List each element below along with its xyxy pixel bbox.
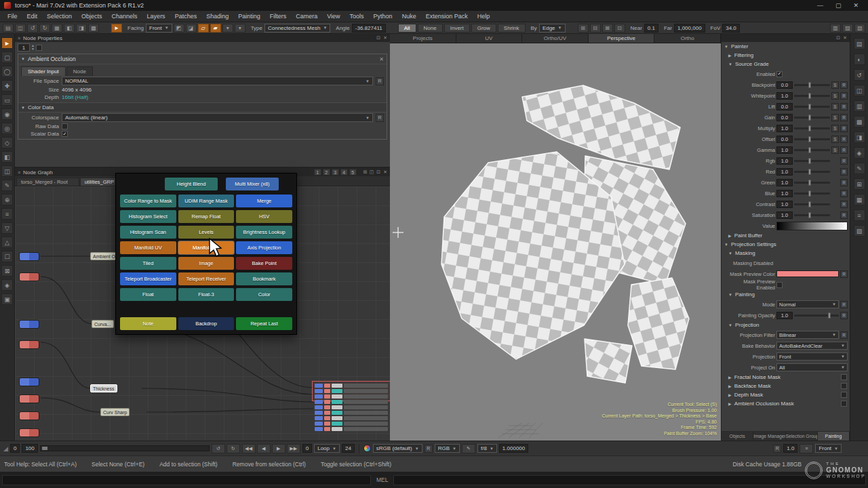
projection-settings-section-header[interactable]: ▼Projection Settings	[722, 240, 850, 249]
grade-slider[interactable]	[794, 214, 830, 216]
slider-handle[interactable]	[808, 190, 811, 197]
menu-item[interactable]: Help	[473, 12, 495, 21]
properties-tab[interactable]: Node	[66, 66, 93, 76]
slider-handle[interactable]	[828, 312, 831, 319]
facing-front-icon[interactable]: ◩	[174, 24, 184, 33]
grade-value-input[interactable]: 1.0	[776, 168, 793, 176]
loop-forward-icon[interactable]: ↻	[226, 444, 240, 453]
marquee-select-icon[interactable]: ►	[111, 24, 122, 33]
range-start-input[interactable]: 0	[10, 444, 20, 453]
current-frame-input[interactable]: 0	[302, 444, 312, 453]
node-create-button[interactable]: Tiled	[120, 257, 176, 270]
graph-node-thickness[interactable]: Thickness	[90, 384, 117, 392]
mask-preview-enabled-checkbox[interactable]	[776, 282, 783, 288]
camera-dropdown[interactable]: Front▼	[815, 444, 842, 453]
colors-palette-icon[interactable]: ◐	[854, 54, 865, 65]
palette-close-icon[interactable]: ✕	[843, 35, 847, 41]
pan-tool-icon[interactable]: ▣	[1, 293, 13, 305]
node-create-button[interactable]: Backdrop	[178, 317, 235, 330]
palette-float-icon[interactable]: ⊡	[836, 35, 840, 41]
maximize-button[interactable]: ▢	[835, 0, 842, 11]
python-palette-icon[interactable]: ≡	[854, 209, 865, 221]
graph-port-node[interactable]	[19, 340, 39, 349]
channel-dropdown[interactable]: RGB▼	[435, 444, 460, 453]
grade-reset-button[interactable]: R	[840, 157, 848, 165]
play-button[interactable]: ▶	[272, 444, 285, 453]
edge-select-icon[interactable]: ▱	[198, 24, 209, 33]
snap-grid-icon[interactable]: ⊞	[363, 169, 368, 175]
viewport-tab[interactable]: Ortho/UV	[522, 34, 589, 43]
blur-tool-icon[interactable]: ◎	[1, 123, 13, 134]
mip-level-spinner[interactable]: 1	[18, 43, 30, 52]
menu-item[interactable]: Camera	[291, 12, 322, 21]
gain-input[interactable]: 1.000000	[499, 444, 528, 453]
file-space-dropdown[interactable]: NORMAL▼	[62, 77, 373, 85]
go-to-end-button[interactable]: ▶▶	[287, 444, 300, 453]
range-end-input[interactable]: 100	[22, 444, 37, 453]
menu-item[interactable]: Nuke	[397, 12, 421, 21]
save-icon[interactable]: ◫	[15, 24, 26, 33]
pin-tool-icon[interactable]: ▽	[1, 222, 13, 234]
grade-value-input[interactable]: 1.0	[776, 179, 793, 186]
grade-slider[interactable]	[794, 182, 830, 184]
slider-handle[interactable]	[808, 93, 811, 99]
slider-handle[interactable]	[808, 104, 811, 110]
palette-tab[interactable]: Image Manager	[753, 432, 785, 441]
colorspace-dropdown[interactable]: Automatic (linear)▼	[62, 113, 373, 122]
grade-value-input[interactable]: 0.0	[776, 81, 793, 89]
menu-item[interactable]: Edit	[22, 12, 43, 21]
objects-palette-icon[interactable]: ◈	[854, 147, 865, 159]
near-input[interactable]: 0.1	[644, 24, 658, 33]
node-create-button[interactable]: Height Blend	[165, 178, 218, 190]
graph-bookmark-button[interactable]: 4	[340, 169, 348, 176]
graph-port-node[interactable]	[19, 394, 39, 403]
facing-back-icon[interactable]: ◪	[186, 24, 197, 33]
slider-handle[interactable]	[808, 147, 811, 153]
palette-grip-icon[interactable]: ≡	[18, 36, 20, 41]
viewport-canvas[interactable]: Current Tool: Select (S)Brush Pressure: …	[390, 43, 721, 441]
hide-selected-icon[interactable]: ⊟	[590, 24, 601, 33]
pin-properties-checkbox[interactable]	[36, 45, 42, 51]
color-data-header[interactable]: ▼ Color Data	[18, 102, 387, 113]
channels-palette-icon[interactable]: ▤	[854, 38, 865, 49]
colorspace-reset-button[interactable]: R	[376, 114, 384, 122]
slider-handle[interactable]	[808, 212, 811, 218]
menu-item[interactable]: Objects	[77, 12, 107, 21]
mask-section-header[interactable]: ▶ Ambient Occlusion Mask	[722, 399, 850, 408]
node-create-button[interactable]: Repeat Last	[236, 317, 292, 330]
menu-item[interactable]: Filters	[265, 12, 292, 21]
grade-s-button[interactable]: S	[831, 136, 839, 143]
grade-value-input[interactable]: 1.0	[776, 201, 793, 208]
masking-section-header[interactable]: ▼Masking	[722, 249, 850, 258]
patch-chevron-icon[interactable]: ▾	[222, 24, 233, 33]
grade-slider[interactable]	[794, 127, 830, 129]
clone-stamp-tool-icon[interactable]: ◉	[1, 108, 13, 120]
grade-reset-button[interactable]: R	[840, 103, 848, 110]
grade-reset-button[interactable]: R	[840, 201, 848, 208]
node-stack[interactable]	[313, 382, 389, 438]
history-view-palette-icon[interactable]: ↺	[854, 69, 865, 81]
redo-icon[interactable]: ↻	[39, 24, 50, 33]
mask-section-header[interactable]: ▶ Fractal Noise Mask	[722, 373, 850, 382]
grade-slider[interactable]	[794, 117, 830, 119]
mask-section-header[interactable]: ▶ Depth Mask	[722, 390, 850, 399]
colorspace-reset-button[interactable]: R	[425, 445, 433, 453]
node-create-button[interactable]: Manifold UV	[120, 241, 176, 254]
spinner-arrows-icon[interactable]: ▲▼	[31, 44, 35, 51]
frame-slider[interactable]	[40, 445, 210, 451]
node-create-button[interactable]: Bake Point	[236, 257, 292, 270]
grade-value-input[interactable]: 0.0	[776, 136, 793, 143]
viewport-tab[interactable]: Perspective	[589, 34, 655, 43]
grade-slider[interactable]	[794, 192, 830, 195]
graph-bookmark-button[interactable]: 3	[332, 169, 339, 176]
mask-section-header[interactable]: ▶ Backface Mask	[722, 382, 850, 390]
filtering-section-header[interactable]: ▶Filtering	[722, 51, 850, 60]
grade-value-input[interactable]: 1.0	[776, 190, 793, 197]
minimize-button[interactable]: —	[817, 0, 823, 11]
mask-preview-color-swatch[interactable]	[776, 270, 839, 277]
grade-slider[interactable]	[794, 84, 830, 86]
value-gradient[interactable]	[776, 222, 848, 230]
mask-enabled-checkbox[interactable]	[841, 401, 847, 407]
loop-back-icon[interactable]: ↺	[212, 444, 225, 453]
mode-dropdown[interactable]: Normal▼	[776, 300, 839, 308]
